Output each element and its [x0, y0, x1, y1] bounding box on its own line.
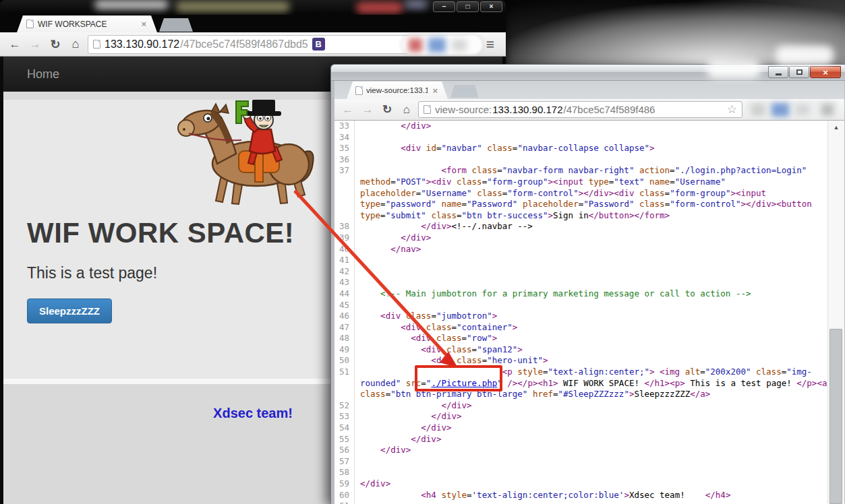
scrollbar[interactable]: ▲	[827, 121, 844, 504]
censored-blob	[771, 103, 789, 117]
close-button[interactable]: ×	[810, 66, 841, 78]
source-line: 41	[334, 255, 827, 266]
new-tab-button[interactable]	[159, 18, 193, 32]
maximize-button[interactable]: □	[457, 1, 479, 12]
tab-close-icon[interactable]: ×	[431, 86, 439, 95]
picture-php-link[interactable]: ./Picture.php	[431, 378, 497, 388]
source-line: 36	[334, 154, 827, 166]
left-toolbar: ← → ↻ ⌂ 133.130.90.172 /47bce5c74f589f48…	[0, 32, 506, 57]
tab-title: view-source:133.130.90.	[366, 86, 428, 94]
censored-blob	[409, 38, 422, 52]
line-number: 35	[334, 143, 355, 154]
refresh-icon[interactable]: ↻	[379, 102, 395, 117]
url-host: 133.130.90.172	[492, 104, 562, 115]
censored-blob	[821, 104, 834, 116]
line-number: 39	[334, 232, 355, 244]
censored-blob	[428, 38, 446, 53]
forward-icon[interactable]: →	[359, 103, 376, 117]
url-path: /47bce5c74f589f486	[563, 104, 655, 115]
minimize-button[interactable]: –	[433, 1, 455, 12]
sleep-button[interactable]: SleepzzzZZZ	[27, 298, 112, 323]
line-number: 40	[334, 244, 355, 255]
left-tabstrip: WIF WORKSPACE ×	[0, 15, 506, 32]
censored-blob	[452, 39, 467, 51]
line-number: 33	[334, 121, 355, 132]
source-line: class="btn btn-primary btn-large" href="…	[334, 389, 827, 400]
close-button[interactable]: ×	[480, 1, 502, 12]
line-number: 48	[334, 333, 355, 344]
censored-blob	[356, 2, 403, 13]
source-line: 51 <p style="text-align:center;"> <img a…	[334, 367, 827, 378]
line-number: 42	[334, 266, 355, 278]
censored-blob	[796, 104, 809, 115]
line-number: 60	[334, 490, 355, 501]
line-number: 37	[334, 165, 355, 177]
line-number	[334, 389, 355, 400]
new-tab-button[interactable]	[450, 85, 479, 98]
source-line: 47 <div class="container">	[334, 322, 827, 334]
scroll-up-icon[interactable]: ▲	[828, 121, 844, 134]
url-host: 133.130.90.172	[105, 38, 179, 51]
url-path: /47bce5c74f589f4867dbd5	[180, 38, 308, 51]
forward-icon[interactable]: →	[27, 38, 43, 51]
view-source-content: 33 </div>3435 <div id="navbar" class="na…	[334, 121, 844, 504]
restore-icon	[796, 69, 803, 75]
url-scheme: view-source:	[435, 104, 492, 115]
right-toolbar: ← → ↻ ⌂ view-source: 133.130.90.172 /47b…	[334, 99, 844, 121]
line-number: 55	[334, 434, 355, 445]
source-line: 34	[334, 132, 827, 144]
refresh-icon[interactable]: ↻	[47, 37, 63, 52]
censored-blob	[751, 104, 765, 116]
source-line: 49 <div class="span12">	[334, 344, 827, 356]
line-number: 47	[334, 322, 355, 334]
line-number: 54	[334, 422, 355, 434]
line-number	[334, 378, 355, 389]
source-line: 42	[334, 266, 827, 278]
line-number: 43	[334, 277, 355, 288]
censored-blob	[175, 1, 290, 12]
home-icon[interactable]: ⌂	[399, 103, 415, 117]
bootstrap-badge-icon: B	[312, 38, 325, 51]
minimize-button[interactable]	[768, 66, 788, 78]
tab-wif-workspace[interactable]: WIF WORKSPACE ×	[17, 15, 157, 32]
line-number: 36	[334, 154, 355, 166]
minimize-icon	[776, 73, 782, 75]
source-line: 53 </div>	[334, 411, 827, 422]
source-line: 44 <!-- Main jumbotron for a primary mar…	[334, 288, 827, 300]
source-line: 59</div>	[334, 478, 827, 490]
page-icon	[26, 20, 34, 28]
line-number: 50	[334, 355, 355, 367]
page-icon	[424, 105, 431, 114]
source-line: 58	[334, 467, 827, 478]
tab-close-icon[interactable]: ×	[140, 20, 148, 28]
censored-blob	[405, 0, 428, 9]
tab-view-source[interactable]: view-source:133.130.90. ×	[347, 82, 448, 99]
nav-home-link[interactable]: Home	[27, 67, 59, 82]
back-icon[interactable]: ←	[340, 103, 356, 117]
address-bar[interactable]: view-source: 133.130.90.172 /47bce5c74f5…	[418, 101, 742, 118]
line-number: 53	[334, 411, 355, 422]
home-icon[interactable]: ⌂	[67, 37, 84, 51]
source-line: 45	[334, 300, 827, 311]
line-number: 59	[334, 478, 355, 490]
line-number	[334, 177, 355, 188]
source-line: 55 </div>	[334, 434, 827, 445]
source-line: 35 <div id="navbar" class="navbar-collap…	[334, 143, 827, 154]
right-titlebar[interactable]: ×	[331, 65, 845, 81]
line-number: 45	[334, 300, 355, 311]
bookmark-star-icon[interactable]: ☆	[727, 102, 737, 117]
back-icon[interactable]: ←	[7, 38, 23, 51]
restore-button[interactable]	[789, 66, 809, 78]
source-line: 33 </div>	[334, 121, 827, 132]
source-line: 46 <div class="jumbotron">	[334, 311, 827, 322]
source-line: type="submit" class="btn btr-success">Si…	[334, 210, 827, 222]
scrollbar-thumb[interactable]	[829, 329, 842, 504]
censored-extensions	[746, 101, 839, 118]
source-line: 43	[334, 277, 827, 288]
source-line: 48 <div class="row">	[334, 333, 827, 344]
menu-icon[interactable]: ≡	[482, 36, 499, 53]
line-number: 46	[334, 311, 355, 322]
tab-title: WIF WORKSPACE	[38, 20, 107, 29]
line-number: 44	[334, 288, 355, 300]
left-titlebar[interactable]: – □ ×	[0, 0, 506, 15]
